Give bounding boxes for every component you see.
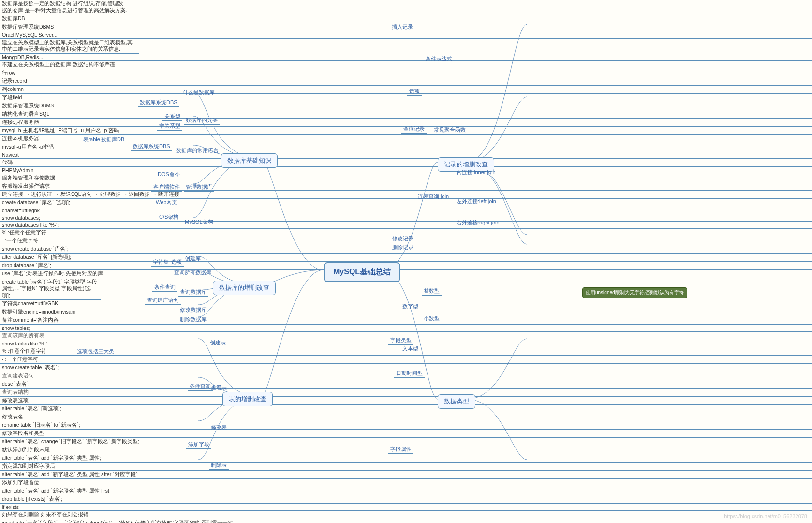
node[interactable]: 文本型 <box>400 344 420 353</box>
node[interactable]: 数据库系统DBS <box>131 142 172 151</box>
leaf: - :一个任意字符 <box>0 356 812 364</box>
node[interactable]: 常见聚合函数 <box>432 126 468 134</box>
leaf: insert into `表名`(`字段1`,...,`字段N`) values… <box>0 519 236 523</box>
leaf: show databases; <box>0 214 812 222</box>
node[interactable]: 表table <box>81 135 102 144</box>
node[interactable]: 删除表 <box>209 461 229 470</box>
node[interactable]: 条件查询 <box>188 382 213 391</box>
leaf: 修改字段名和类型 <box>0 430 812 438</box>
node[interactable]: 删除数据库 <box>178 315 208 324</box>
leaf: 查询表结构 <box>0 389 812 397</box>
leaf: 备注comment='备注内容' <box>0 316 812 325</box>
leaf: 建立连接 → 进行认证 → 发送SQL语句 → 处理数据 → 返回数据 → 断开… <box>0 191 812 199</box>
node[interactable]: 小数型 <box>422 314 442 323</box>
leaf: create database `库名` [选项]; <box>0 199 812 207</box>
watermark: https://blog.csdn.net/m0_56232078 <box>724 513 807 519</box>
leaf: 代码 <box>0 159 812 167</box>
leaf: 如果存在则删除,如果不存在则会报错 <box>0 511 812 519</box>
node[interactable]: DOS命令 <box>156 170 182 179</box>
leaf: 客服端发出操作请求 <box>0 182 812 191</box>
leaf: Navicat <box>0 151 812 159</box>
node[interactable]: 管理数据库 <box>184 183 214 192</box>
node[interactable]: 修改表 <box>209 423 229 432</box>
node[interactable]: 插入记录 <box>390 23 415 31</box>
node[interactable]: 关系型 <box>162 112 182 121</box>
leaf: 字段field <box>0 94 812 102</box>
leaf: if exists <box>0 504 812 511</box>
root-node[interactable]: MySQL基础总结 <box>324 262 400 282</box>
branch-db-crud[interactable]: 数据库的增删改查 <box>213 281 276 295</box>
leaf: 服务端管理和存储数据 <box>0 174 812 182</box>
node[interactable]: 右外连接:right join <box>455 219 502 227</box>
leaf: MongoDB,Redis... <box>0 54 812 61</box>
node[interactable]: 创建表 <box>208 339 228 347</box>
leaf: 数据库管理系统DBMS <box>0 102 812 110</box>
node[interactable]: 修改记录 <box>390 235 415 243</box>
leaf: use `库名`;对表进行操作时,先使用对应的库 <box>0 270 812 278</box>
node[interactable]: Web网页 <box>154 198 179 207</box>
leaf: 修改表名 <box>0 413 812 421</box>
node[interactable]: 条件表达式 <box>424 55 454 63</box>
leaf: 数据库是按照一定的数据结构,进行组织,存储,管理数据的仓库,是一种对大量信息进行… <box>0 0 130 15</box>
leaf: drop table [if exists] `表名`; <box>0 495 812 504</box>
tip-unsigned: 使用unsigned限制为无字符,否则默认为有字符 <box>582 287 687 298</box>
node[interactable]: C/S架构 <box>157 213 180 222</box>
leaf: show databases like '%-'; <box>0 222 812 229</box>
node[interactable]: 添加字段 <box>186 440 211 449</box>
node[interactable]: 选项包括三大类 <box>75 347 116 356</box>
leaf: 不建立在关系模型上的数据库,数据结构不够严谨 <box>0 61 812 69</box>
leaf: create table `表名`(`字段1` 字段类型 字段属性,...,`字… <box>0 278 101 300</box>
node[interactable]: 连表查询:join <box>416 193 451 201</box>
leaf: 字符集 <box>151 258 171 267</box>
leaf: 指定添加到对应字段后 <box>0 463 812 471</box>
leaf: alter database `库名` [新选项]; <box>0 254 812 262</box>
node[interactable]: 查询建库语句 <box>145 296 181 305</box>
node[interactable]: 日期时间型 <box>394 369 425 378</box>
leaf: show tables; <box>0 325 812 332</box>
leaf: 选项 <box>169 258 184 267</box>
node[interactable]: MySQL架构 <box>183 218 215 226</box>
leaf: 结构化查询语言SQL <box>0 110 812 119</box>
leaf: 修改表选项 <box>0 397 812 405</box>
leaf: alter table `表名` add `新字段名` 类型 属性 first; <box>0 487 812 495</box>
node[interactable]: 修改数据库 <box>178 306 208 314</box>
node[interactable]: 数据库DB <box>99 135 126 144</box>
node[interactable]: 数据库的常用语言 <box>174 147 221 155</box>
leaf: 建立在关系模型上的数据库,关系模型就是二维表模型,其中的二维表记录着实体信息和实… <box>0 39 139 54</box>
branch-db-basics[interactable]: 数据库基础知识 <box>221 153 278 168</box>
leaf: alter table `表名` add `新字段名` 类型 属性; <box>0 454 812 463</box>
node[interactable]: 左外连接:left join <box>455 197 498 206</box>
node[interactable]: 数字型 <box>400 302 420 311</box>
node[interactable]: 查询所有数据库 <box>172 269 213 277</box>
node[interactable]: 查询数据库 <box>178 288 208 297</box>
node[interactable]: 删除记录 <box>390 243 415 252</box>
node[interactable]: 字段类型 <box>388 336 413 345</box>
node[interactable]: 数据库系统DBS <box>138 98 179 107</box>
branch-table-crud[interactable]: 表的增删改查 <box>222 392 273 406</box>
leaf: 行row <box>0 69 812 77</box>
leaf: Oracl,MyS,SQL Server... <box>0 31 812 39</box>
leaf: alter table `表名` [新选项]; <box>0 405 812 413</box>
leaf: 添加到字段首位 <box>0 479 812 487</box>
leaf: charset=utf8/gbk <box>0 207 812 214</box>
node[interactable]: 创建库 <box>183 254 203 263</box>
node[interactable]: 整数型 <box>422 287 442 296</box>
leaf: mysql -u用户名 -p密码 <box>0 143 812 151</box>
node[interactable]: 数据库的分类 <box>184 116 220 125</box>
leaf: 数据库DB <box>0 15 812 23</box>
branch-data-types[interactable]: 数据类型 <box>438 394 475 409</box>
node[interactable]: 什么是数据库 <box>181 89 217 97</box>
mindmap-canvas: { "root": "MySQL基础总结", "watermark": "htt… <box>0 0 812 523</box>
leaf: alter table `表名` add `新字段名` 类型 属性 after … <box>0 471 812 479</box>
node[interactable]: 查询记录 <box>401 125 427 134</box>
node[interactable]: 条件查询 <box>152 283 177 292</box>
node[interactable]: 选项 <box>407 87 422 96</box>
leaf: 记录record <box>0 77 812 86</box>
node[interactable]: 非关系型 <box>157 122 182 131</box>
node[interactable]: 客户端软件 <box>151 183 182 192</box>
node[interactable]: 字段属性 <box>388 445 413 454</box>
leaf: rename table `旧表名` to `新表名`; <box>0 421 812 430</box>
leaf: drop database `库名`; <box>0 262 812 270</box>
leaf: 列column <box>0 86 812 94</box>
node[interactable]: 内连接:inner join <box>455 168 498 177</box>
